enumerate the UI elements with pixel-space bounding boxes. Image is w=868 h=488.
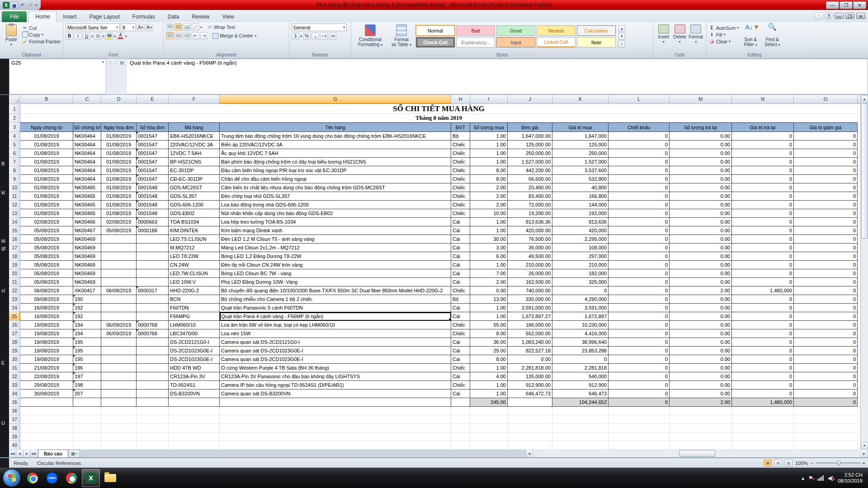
- name-box-dropdown-icon[interactable]: ▾: [102, 60, 104, 64]
- zoom-knob[interactable]: [837, 460, 840, 465]
- cell-L11[interactable]: 0: [609, 192, 670, 201]
- cell-K12[interactable]: 144,000: [552, 201, 609, 209]
- cell-G17[interactable]: Máng Led Clisun 2x1,2m - MQ7212: [220, 244, 451, 252]
- cell-J7[interactable]: 1,527,000.00: [508, 158, 552, 166]
- cell-H34[interactable]: Cái: [451, 389, 470, 398]
- cell-M12[interactable]: 0.00: [670, 201, 732, 209]
- cell-I22[interactable]: 0.00: [470, 286, 508, 295]
- cell-J36[interactable]: [508, 407, 552, 415]
- cell-C4[interactable]: NK00464: [73, 132, 101, 141]
- cell-B39[interactable]: [20, 432, 73, 441]
- formula-input[interactable]: Quạt trần Pana 4 cánh vàng - F56MP (ti n…: [127, 59, 868, 94]
- cell-G24[interactable]: Quạt trần Panasonic 5 cánh F60TDN: [220, 304, 451, 312]
- cell-E27[interactable]: 0000768: [137, 329, 169, 338]
- cell-L12[interactable]: 0: [609, 201, 670, 209]
- cut-button[interactable]: ✂Cut: [22, 25, 61, 31]
- cell-I19[interactable]: 1.00: [470, 261, 508, 269]
- row-header-16[interactable]: 16: [9, 235, 20, 244]
- cell-B8[interactable]: 01/08/2019: [20, 166, 73, 175]
- help-icon[interactable]: ?: [825, 12, 833, 19]
- insert-cells-button[interactable]: Insert▾: [656, 23, 672, 52]
- cell-D12[interactable]: 01/08/2019: [101, 201, 137, 209]
- cell-M11[interactable]: 0.00: [670, 192, 732, 201]
- cell-C35[interactable]: [73, 398, 101, 407]
- taskbar-coccoc-icon[interactable]: [62, 469, 80, 487]
- row-header-26[interactable]: 26: [9, 321, 20, 329]
- row-header-19[interactable]: 19: [9, 261, 20, 269]
- column-header-B[interactable]: B: [20, 95, 73, 104]
- conditional-formatting-button[interactable]: ConditionalFormatting ▾: [354, 23, 387, 52]
- cell-J27[interactable]: 552,000.00: [508, 329, 552, 338]
- cell-L37[interactable]: [609, 415, 670, 424]
- cell-style-check[interactable]: Check Cell: [416, 37, 455, 47]
- cell-D15[interactable]: 05/08/2019: [101, 226, 137, 235]
- cell-L14[interactable]: 0: [609, 218, 670, 226]
- cell-style-neutral[interactable]: Neutral: [537, 25, 576, 36]
- cell-M14[interactable]: 0.00: [670, 218, 732, 226]
- row-header-22[interactable]: 22: [9, 286, 20, 295]
- cell-K22[interactable]: 0: [552, 286, 609, 295]
- cell-N21[interactable]: 0: [732, 278, 794, 286]
- cell-O40[interactable]: [794, 441, 858, 450]
- cell-C7[interactable]: NK00464: [73, 158, 101, 166]
- cell-D24[interactable]: [101, 304, 137, 312]
- cell-H31[interactable]: Chiếc: [451, 364, 470, 372]
- cell-G35[interactable]: [220, 398, 451, 407]
- cell-C20[interactable]: NK00469: [73, 269, 101, 278]
- row-header-12[interactable]: 12: [9, 201, 20, 209]
- cell-D16[interactable]: [101, 235, 137, 244]
- cell-M25[interactable]: 0.00: [670, 312, 732, 321]
- cell-K13[interactable]: 192,000: [552, 209, 609, 218]
- cell-style-linked[interactable]: Linked Cell: [537, 37, 576, 47]
- cell-I29[interactable]: 29.00: [470, 347, 508, 355]
- cell-H25[interactable]: Cái: [451, 312, 470, 321]
- cell-F16[interactable]: LED.T5.CLISUN: [169, 235, 220, 244]
- cell-M24[interactable]: 0.00: [670, 304, 732, 312]
- cell-C24[interactable]: 192: [73, 304, 101, 312]
- cell-B38[interactable]: [20, 424, 73, 432]
- cell-style-explanatory[interactable]: Explanatory...: [456, 37, 495, 47]
- row-header-30[interactable]: 30: [9, 355, 20, 364]
- cell-H9[interactable]: Chiếc: [451, 175, 470, 183]
- cell-E38[interactable]: [137, 424, 169, 432]
- cell-N7[interactable]: 0: [732, 158, 794, 166]
- cell-H23[interactable]: Bộ: [451, 295, 470, 304]
- cell-I25[interactable]: 1.00: [470, 312, 508, 321]
- enter-icon[interactable]: ✓: [114, 60, 118, 66]
- header-cell-J[interactable]: Đơn giá: [508, 122, 552, 132]
- cell-N17[interactable]: 0: [732, 244, 794, 252]
- cell-J23[interactable]: 330,000.00: [508, 295, 552, 304]
- cell-G22[interactable]: Bộ chuyển đổi quang điện 10/100/1000 Bas…: [220, 286, 451, 295]
- cell-L5[interactable]: 0: [609, 141, 670, 149]
- shrink-font-icon[interactable]: A˅: [146, 24, 153, 31]
- cell-H36[interactable]: [451, 407, 470, 415]
- workbook-close-button[interactable]: ✕: [856, 13, 865, 19]
- cell-style-note[interactable]: Note: [577, 37, 616, 47]
- row-header-32[interactable]: 32: [9, 372, 20, 381]
- cell-J16[interactable]: 76,500.00: [508, 235, 552, 244]
- cell-O8[interactable]: 0: [794, 166, 858, 175]
- cell-N38[interactable]: [732, 424, 794, 432]
- cell-N9[interactable]: 0: [732, 175, 794, 183]
- tray-clock[interactable]: 2:52 CH 08/10/2019: [838, 472, 863, 484]
- taskbar-explorer-icon[interactable]: [101, 469, 119, 487]
- cell-B34[interactable]: 30/08/2019: [20, 389, 73, 398]
- cell-C5[interactable]: NK00464: [73, 141, 101, 149]
- cell-B4[interactable]: 01/08/2019: [20, 132, 73, 141]
- align-left-icon[interactable]: [166, 32, 174, 39]
- cell-J6[interactable]: 250,000.00: [508, 149, 552, 158]
- cell-E5[interactable]: 0001547: [137, 141, 169, 149]
- cell-D10[interactable]: 01/08/2019: [101, 183, 137, 192]
- cell-O6[interactable]: 0: [794, 149, 858, 158]
- cell-N10[interactable]: 0: [732, 183, 794, 192]
- cell-L7[interactable]: 0: [609, 158, 670, 166]
- cell-E23[interactable]: [137, 295, 169, 304]
- cell-G8[interactable]: Đầu cảm biến hồng ngoại PIR loại trừ xúc…: [220, 166, 451, 175]
- cell-H18[interactable]: Cái: [451, 252, 470, 261]
- tray-flag-icon[interactable]: ⚑: [808, 475, 813, 481]
- cell-O28[interactable]: 0: [794, 338, 858, 347]
- cell-G33[interactable]: Camera IP bán cầu hồng ngoại TD-9524S1 (…: [220, 381, 451, 389]
- cell-C32[interactable]: 197: [73, 372, 101, 381]
- cell-G13[interactable]: Nút nhấn khẩn cấp dùng cho báo động GDS-…: [220, 209, 451, 218]
- cell-C25[interactable]: 192: [73, 312, 101, 321]
